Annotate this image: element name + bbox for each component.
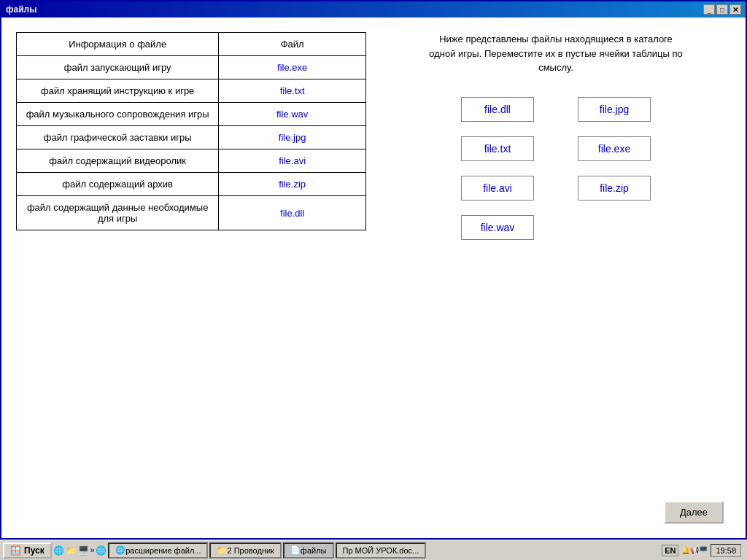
taskbar: 🪟 Пуск 🌐 📁 🖥️ » 🌐 🌐 расширение файл...📁 …	[0, 540, 747, 560]
table-section: Информация о файле Файл файл запускающий…	[16, 32, 366, 494]
taskbar-item[interactable]: 🌐 расширение файл...	[108, 542, 208, 559]
taskbar-item[interactable]: Пр МОЙ УРОК.doc...	[336, 542, 427, 559]
draggable-file-item[interactable]: file.avi	[461, 176, 534, 201]
quick-icon-1: 🌐	[53, 545, 64, 556]
table-row: файл запускающий игруfile.exe	[17, 56, 366, 79]
start-icon: 🪟	[10, 545, 21, 556]
col-header-info: Информация о файле	[17, 33, 219, 56]
window-content: Информация о файле Файл файл запускающий…	[1, 18, 746, 538]
main-area: Информация о файле Файл файл запускающий…	[16, 32, 731, 494]
right-section: Ниже представлены файлы находящиеся в ка…	[381, 32, 731, 494]
draggable-file-item[interactable]: file.txt	[461, 136, 534, 161]
instruction-text: Ниже представлены файлы находящиеся в ка…	[428, 32, 684, 75]
table-cell-file[interactable]: file.avi	[219, 149, 366, 173]
table-cell-file[interactable]: file.zip	[219, 173, 366, 196]
window-title: файлы	[6, 4, 36, 15]
language-indicator[interactable]: EN	[662, 545, 678, 556]
taskbar-right: EN 🔔📢🖥️ 19:58	[662, 544, 744, 557]
table-cell-info: файл содержащий архив	[17, 173, 219, 196]
taskbar-quick-launch: 🌐 📁 🖥️ » 🌐	[53, 545, 107, 556]
file-table: Информация о файле Файл файл запускающий…	[16, 32, 366, 230]
table-cell-info: файл хранящий инструкцию к игре	[17, 79, 219, 103]
taskbar-item[interactable]: 📄 файлы	[283, 542, 334, 559]
table-row: файл содержащий данные необходимые для и…	[17, 196, 366, 230]
table-row: файл хранящий инструкцию к игреfile.txt	[17, 79, 366, 103]
bottom-area: Далее	[16, 494, 731, 524]
draggable-files-grid: file.dllfile.jpgfile.txtfile.exefile.avi…	[461, 97, 651, 240]
draggable-file-item[interactable]: file.zip	[578, 176, 651, 201]
table-cell-file[interactable]: file.jpg	[219, 126, 366, 149]
taskbar-item-icon: 📁	[217, 545, 227, 555]
table-cell-file[interactable]: file.dll	[219, 196, 366, 230]
quick-icon-4: 🌐	[96, 545, 107, 556]
taskbar-item-label: Пр МОЙ УРОК.doc...	[343, 546, 419, 555]
col-header-file: Файл	[219, 33, 366, 56]
minimize-button[interactable]: _	[703, 4, 715, 15]
taskbar-items: 🌐 расширение файл...📁 2 Проводник📄 файлы…	[108, 542, 660, 559]
table-cell-file[interactable]: file.exe	[219, 56, 366, 79]
taskbar-item-icon: 🌐	[115, 545, 125, 555]
title-bar: файлы _ □ ✕	[1, 1, 746, 18]
next-button[interactable]: Далее	[664, 501, 724, 524]
draggable-file-item[interactable]: file.dll	[461, 97, 534, 122]
start-button[interactable]: 🪟 Пуск	[3, 542, 52, 559]
table-cell-file[interactable]: file.wav	[219, 103, 366, 126]
start-label: Пуск	[24, 545, 44, 556]
table-row: файл музыкального сопровождения игрыfile…	[17, 103, 366, 126]
close-button[interactable]: ✕	[729, 4, 741, 15]
taskbar-item-label: расширение файл...	[125, 546, 201, 555]
clock: 19:58	[711, 544, 741, 557]
taskbar-item-icon: 📄	[290, 545, 301, 555]
quick-icon-3: 🖥️	[78, 545, 89, 556]
draggable-file-item[interactable]: file.wav	[461, 215, 534, 240]
table-cell-file[interactable]: file.txt	[219, 79, 366, 103]
table-row: файл содержащий архивfile.zip	[17, 173, 366, 196]
table-cell-info: файл музыкального сопровождения игры	[17, 103, 219, 126]
quick-icon-2: 📁	[66, 545, 77, 556]
draggable-file-item[interactable]: file.jpg	[578, 97, 651, 122]
table-cell-info: файл графической заставки игры	[17, 126, 219, 149]
taskbar-item-label: 2 Проводник	[227, 546, 274, 555]
maximize-button[interactable]: □	[716, 4, 728, 15]
table-cell-info: файл содержащий видеоролик	[17, 149, 219, 173]
main-window: файлы _ □ ✕ Информация о файле Файл фай	[0, 0, 747, 540]
window-controls: _ □ ✕	[703, 4, 741, 15]
taskbar-item[interactable]: 📁 2 Проводник	[209, 542, 281, 559]
taskbar-item-label: файлы	[301, 546, 327, 555]
tray-icons: 🔔📢🖥️	[681, 546, 708, 554]
table-cell-info: файл запускающий игру	[17, 56, 219, 79]
table-row: файл содержащий видеороликfile.avi	[17, 149, 366, 173]
draggable-file-item[interactable]: file.exe	[578, 136, 651, 161]
table-row: файл графической заставки игрыfile.jpg	[17, 126, 366, 149]
table-cell-info: файл содержащий данные необходимые для и…	[17, 196, 219, 230]
quick-icon-separator: »	[90, 546, 95, 554]
